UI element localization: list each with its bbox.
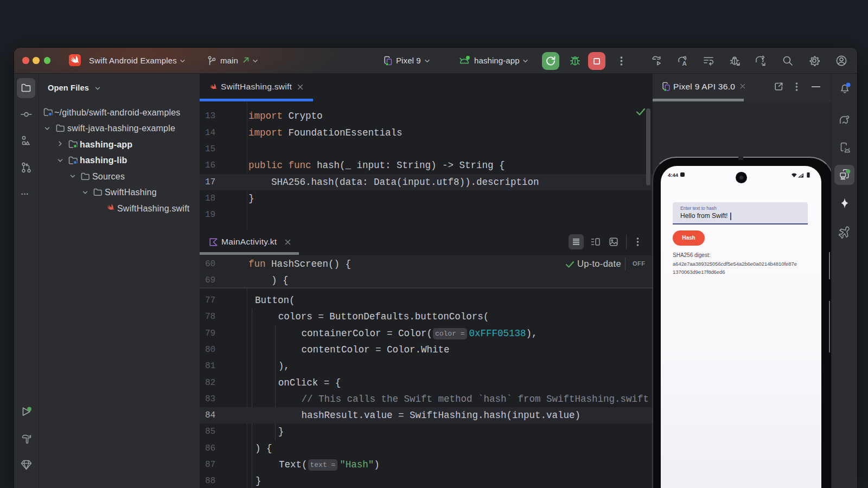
svg-text:A: A [682,60,687,67]
